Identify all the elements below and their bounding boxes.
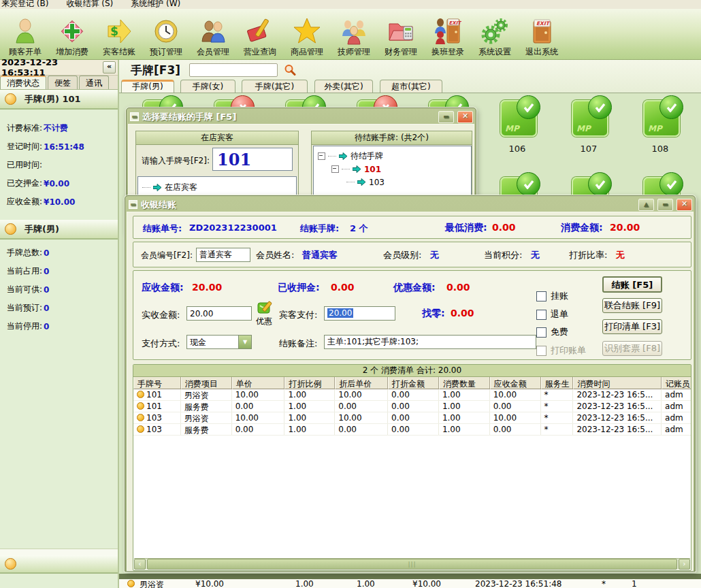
- scroll-left-icon[interactable]: ‹: [134, 559, 146, 570]
- received-input[interactable]: [186, 306, 252, 321]
- checkbox-icon[interactable]: [536, 327, 547, 338]
- table-row[interactable]: 103 服务费 0.00 1.00 0.00 0.00 1.00 0.00 * …: [133, 424, 691, 436]
- collapsed-panel-header[interactable]: [0, 555, 118, 574]
- sidebar-tab-consume-status[interactable]: 消费状态: [0, 76, 46, 89]
- toolbar-guest-checkout[interactable]: $ 宾客结账: [97, 16, 142, 58]
- col-header[interactable]: 折后单价: [335, 377, 388, 389]
- col-header[interactable]: 消费时间: [573, 377, 662, 389]
- scrollbar-thumb[interactable]: |||: [147, 559, 677, 570]
- tab-market[interactable]: 超市(其它): [380, 80, 442, 93]
- toolbar-add-consumption[interactable]: 增加消费: [50, 16, 95, 58]
- scroll-right-icon[interactable]: ›: [679, 559, 690, 570]
- toolbar-shift-login[interactable]: EXIT 换班登录: [425, 16, 470, 58]
- col-header[interactable]: 消费数量: [439, 377, 490, 389]
- technician-management-icon: [338, 16, 370, 46]
- toolbar-technician-management[interactable]: 技师管理: [331, 16, 376, 58]
- bg-cell: 1.00: [295, 579, 314, 588]
- tab-tags-female[interactable]: 手牌(女): [180, 80, 235, 93]
- col-header[interactable]: 记账员: [662, 377, 691, 389]
- search-icon[interactable]: [284, 64, 296, 78]
- tree-item-tag-101[interactable]: 101: [318, 163, 471, 176]
- horizontal-scrollbar[interactable]: ‹ ||| ›: [134, 558, 690, 570]
- menu-item-system-maintenance[interactable]: 系统维护 (W): [131, 0, 180, 9]
- tag-number-input-label: 请输入手牌号[F2]:: [142, 155, 210, 167]
- chevron-down-icon[interactable]: ▼: [239, 335, 252, 349]
- table-cell: 1.00: [439, 424, 490, 435]
- col-header[interactable]: 消费项目: [181, 377, 232, 389]
- sidebar-tab-notes[interactable]: 便签: [48, 76, 78, 89]
- stats-panel-header[interactable]: 手牌(男): [0, 220, 118, 240]
- tree-collapse-icon[interactable]: [331, 165, 339, 173]
- discount-coupon-icon[interactable]: [257, 299, 274, 318]
- menu-item-cashier[interactable]: 收银结算 (S): [66, 0, 113, 9]
- payment-method-select[interactable]: 现金 ▼: [186, 335, 252, 349]
- col-header[interactable]: 应收金额: [490, 377, 541, 389]
- hand-tag-108[interactable]: MP108: [643, 100, 691, 154]
- remark-input[interactable]: [324, 335, 536, 349]
- tab-tags-other[interactable]: 手牌(其它): [242, 80, 308, 93]
- toolbar-goods-management[interactable]: 商品管理: [284, 16, 329, 58]
- close-icon[interactable]: ✕: [676, 199, 692, 211]
- collapse-sidebar-button[interactable]: «: [103, 61, 116, 74]
- col-header[interactable]: 打折金额: [388, 377, 439, 389]
- joint-settle-button[interactable]: 联合结账 [F9]: [602, 298, 662, 313]
- toolbar-system-settings[interactable]: 系统设置: [472, 16, 517, 58]
- menu-item-guest-register[interactable]: 来宾登记 (B): [1, 0, 48, 9]
- table-cell: 0.00: [388, 389, 439, 400]
- field-available: 当前可供:0: [0, 280, 118, 299]
- tree-item-pending-root[interactable]: 待结手牌: [318, 150, 471, 163]
- tab-tags-male[interactable]: 手牌(男): [121, 80, 174, 93]
- tree-item-instore[interactable]: 在店宾客: [142, 181, 296, 194]
- minimize-button[interactable]: ▬: [657, 199, 673, 211]
- tag-number-input[interactable]: [212, 148, 293, 171]
- select-dialog-titlebar[interactable]: ▬ 选择要结账的手牌 [F5] ▬ ✕: [128, 110, 474, 124]
- member-no-label: 会员编号[F2]:: [141, 250, 193, 261]
- tree-item-tag-103[interactable]: 103: [318, 176, 471, 189]
- minimize-button[interactable]: ▬: [438, 111, 454, 123]
- print-list-button[interactable]: 打印清单 [F3]: [602, 319, 662, 334]
- checkbox-refund[interactable]: 退单: [536, 308, 568, 321]
- hand-tag-107[interactable]: MP107: [572, 100, 619, 154]
- toolbar-label: 会员管理: [197, 46, 229, 58]
- checkbox-icon[interactable]: [536, 291, 547, 301]
- restore-up-icon[interactable]: ▲: [638, 199, 654, 211]
- tag-logo: MP: [648, 124, 662, 133]
- due-label: 应收金额:: [142, 282, 184, 294]
- consumption-table: 2 个 消费清单 合计: 20.00 手牌号 消费项目 单价 打折比例 折后单价…: [133, 364, 691, 571]
- toolbar-exit-system[interactable]: EXIT 退出系统: [519, 16, 564, 58]
- pay-input[interactable]: 20.00: [324, 306, 395, 321]
- col-header[interactable]: 服务生: [541, 377, 574, 389]
- toolbar-reservation[interactable]: 预订管理: [144, 16, 189, 58]
- table-row[interactable]: 101 服务费 0.00 1.00 0.00 0.00 1.00 0.00 * …: [133, 401, 691, 412]
- toolbar-business-query[interactable]: 营业查询: [238, 16, 282, 58]
- table-cell: 2023-12-23 16:5...: [573, 401, 662, 412]
- toolbar-label: 宾客结账: [103, 46, 135, 58]
- tree-collapse-icon[interactable]: [318, 152, 325, 160]
- tag-search-input[interactable]: [189, 63, 278, 77]
- table-row[interactable]: 101 男浴资 10.00 1.00 10.00 0.00 1.00 10.00…: [133, 389, 691, 401]
- change-value: 0.00: [451, 308, 474, 318]
- close-icon[interactable]: ✕: [457, 111, 473, 123]
- checkbox-on-account[interactable]: 挂账: [536, 290, 568, 302]
- status-panel-header[interactable]: 手牌(男) 101: [0, 90, 118, 110]
- checkbox-icon[interactable]: [536, 310, 547, 320]
- sidebar-tab-messages[interactable]: 通讯: [79, 76, 109, 89]
- col-header[interactable]: 单价: [232, 377, 285, 389]
- checkbox-label: 打印账单: [551, 344, 586, 357]
- settle-button[interactable]: 结账 [F5]: [602, 276, 662, 293]
- field-value: 16:51:48: [44, 142, 84, 152]
- table-cell: 103: [133, 412, 181, 423]
- toolbar-finance-management[interactable]: 财务管理: [378, 16, 423, 58]
- toolbar-member-management[interactable]: 会员管理: [191, 16, 235, 58]
- toolbar-customer-billing[interactable]: 顾客开单: [3, 16, 48, 58]
- table-row[interactable]: 103 男浴资 10.00 1.00 10.00 0.00 1.00 10.00…: [133, 412, 691, 424]
- checkbox-free[interactable]: 免费: [536, 326, 568, 338]
- add-consumption-icon: [56, 16, 88, 46]
- hand-tag-106[interactable]: MP106: [500, 100, 548, 154]
- col-header[interactable]: 手牌号: [133, 377, 181, 389]
- checkout-dialog-titlebar[interactable]: ▬ 收银结账 ▲ ▬ ✕: [127, 197, 694, 212]
- member-no-input[interactable]: [196, 248, 250, 262]
- col-header[interactable]: 打折比例: [284, 377, 335, 389]
- tab-takeout[interactable]: 外卖(其它): [314, 80, 373, 93]
- bg-cell: *: [602, 579, 606, 588]
